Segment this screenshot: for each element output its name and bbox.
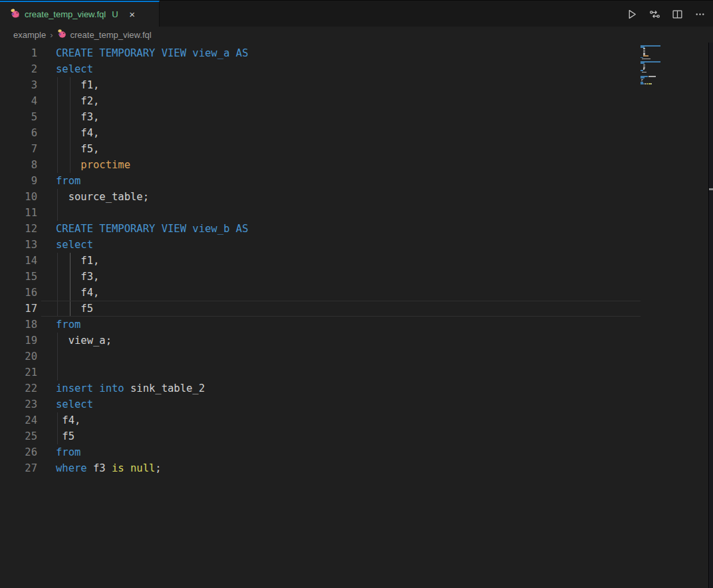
code-text: select	[56, 237, 93, 253]
line-number[interactable]: 19	[0, 333, 37, 349]
flink-squirrel-icon	[9, 8, 20, 21]
minimap-line	[641, 83, 644, 84]
line-number[interactable]: 3	[0, 77, 37, 93]
code-line[interactable]: 3 f1,	[0, 77, 708, 93]
code-line[interactable]: 9from	[0, 173, 708, 189]
minimap-line	[642, 59, 650, 60]
code-line[interactable]: 2select	[0, 61, 708, 77]
line-number[interactable]: 16	[0, 285, 37, 301]
code-text: where f3 is null;	[56, 460, 162, 476]
line-number[interactable]: 22	[0, 380, 37, 396]
split-editor-icon	[672, 9, 683, 20]
code-text: f3,	[56, 269, 99, 285]
line-number[interactable]: 4	[0, 93, 37, 109]
code-line[interactable]: 21	[0, 365, 708, 380]
code-line[interactable]: 5 f3,	[0, 109, 708, 125]
code-line[interactable]: 12CREATE TEMPORARY VIEW view_b AS	[0, 221, 708, 237]
chevron-right-icon: ›	[50, 30, 53, 40]
line-number[interactable]: 15	[0, 269, 37, 285]
line-number[interactable]: 5	[0, 109, 37, 125]
line-number[interactable]: 18	[0, 317, 37, 333]
code-line[interactable]: 14 f1,	[0, 253, 708, 269]
breadcrumb: example › create_temp_view.fql	[0, 27, 713, 43]
breadcrumb-file[interactable]: create_temp_view.fql	[57, 29, 151, 41]
code-text: f4,	[56, 125, 99, 141]
line-number[interactable]: 1	[0, 45, 37, 61]
code-text: CREATE TEMPORARY VIEW view_a AS	[56, 45, 248, 61]
line-number[interactable]: 26	[0, 444, 37, 460]
git-status-badge: U	[112, 9, 118, 19]
code-line[interactable]: 18from	[0, 317, 708, 333]
ellipsis-icon	[694, 9, 706, 20]
indent-guide	[57, 205, 58, 221]
code-text: f2,	[56, 93, 99, 109]
line-number[interactable]: 13	[0, 237, 37, 253]
indent-guide	[57, 349, 58, 365]
code-line[interactable]: 7 f5,	[0, 141, 708, 157]
minimap-line	[651, 83, 652, 84]
line-number[interactable]: 17	[0, 301, 37, 317]
line-number[interactable]: 14	[0, 253, 37, 269]
run-button[interactable]	[623, 6, 641, 23]
split-editor-button[interactable]	[668, 6, 686, 23]
code-editor: 1CREATE TEMPORARY VIEW view_a AS2select3…	[0, 43, 713, 588]
minimap[interactable]	[641, 45, 707, 585]
code-text: view_a;	[56, 333, 112, 349]
tab-title: create_temp_view.fql	[25, 9, 106, 19]
code-line[interactable]: 11	[0, 205, 708, 221]
line-number[interactable]: 20	[0, 349, 37, 365]
code-text: f5	[56, 428, 74, 444]
line-number[interactable]: 12	[0, 221, 37, 237]
code-line[interactable]: 27where f3 is null;	[0, 460, 708, 476]
line-number[interactable]: 10	[0, 189, 37, 205]
line-number[interactable]: 11	[0, 205, 37, 221]
code-line[interactable]: 13select	[0, 237, 708, 253]
code-line[interactable]: 15 f3,	[0, 269, 708, 285]
line-number[interactable]: 2	[0, 61, 37, 77]
code-line[interactable]: 10 source_table;	[0, 189, 708, 205]
code-line[interactable]: 4 f2,	[0, 93, 708, 109]
minimap-line	[643, 69, 644, 70]
minimap-line	[644, 83, 646, 84]
code-line[interactable]: 8 proctime	[0, 157, 708, 173]
overview-ruler-cursor-mark	[709, 188, 713, 190]
code-line[interactable]: 19 view_a;	[0, 333, 708, 349]
code-line[interactable]: 25 f5	[0, 428, 708, 444]
line-number[interactable]: 21	[0, 365, 37, 380]
minimap-line	[648, 76, 656, 77]
code-line[interactable]: 23select	[0, 396, 708, 412]
line-number[interactable]: 6	[0, 125, 37, 141]
code-text: f5,	[56, 141, 99, 157]
code-text: f1,	[56, 77, 99, 93]
tab-create-temp-view[interactable]: create_temp_view.fql U ×	[0, 1, 160, 27]
breadcrumb-file-label: create_temp_view.fql	[70, 30, 151, 40]
code-line[interactable]: 6 f4,	[0, 125, 708, 141]
line-number[interactable]: 27	[0, 460, 37, 476]
code-text: f4,	[56, 285, 99, 301]
flink-squirrel-icon	[57, 29, 67, 41]
tab-bar: create_temp_view.fql U ×	[0, 0, 713, 27]
minimap-line	[643, 55, 648, 57]
close-icon[interactable]: ×	[126, 8, 139, 21]
line-number[interactable]: 25	[0, 428, 37, 444]
line-number[interactable]: 8	[0, 157, 37, 173]
line-number[interactable]: 24	[0, 412, 37, 428]
code-text: f1,	[56, 253, 99, 269]
code-line[interactable]: 24 f4,	[0, 412, 708, 428]
breadcrumb-folder[interactable]: example	[13, 30, 46, 40]
scrollbar-overview-ruler[interactable]	[708, 43, 713, 588]
indent-guide	[57, 365, 58, 380]
code-line[interactable]: 17 f5	[0, 301, 708, 317]
open-changes-button[interactable]	[645, 6, 664, 23]
code-line[interactable]: 1CREATE TEMPORARY VIEW view_a AS	[0, 45, 708, 61]
code-line[interactable]: 22insert into sink_table_2	[0, 380, 708, 396]
code-line[interactable]: 20	[0, 349, 708, 365]
code-line[interactable]: 16 f4,	[0, 285, 708, 301]
line-number[interactable]: 7	[0, 141, 37, 157]
minimap-line	[642, 72, 646, 73]
more-actions-button[interactable]	[690, 6, 709, 23]
line-number[interactable]: 9	[0, 173, 37, 189]
code-line[interactable]: 26from	[0, 444, 708, 460]
line-number[interactable]: 23	[0, 396, 37, 412]
code-text: select	[56, 61, 93, 77]
